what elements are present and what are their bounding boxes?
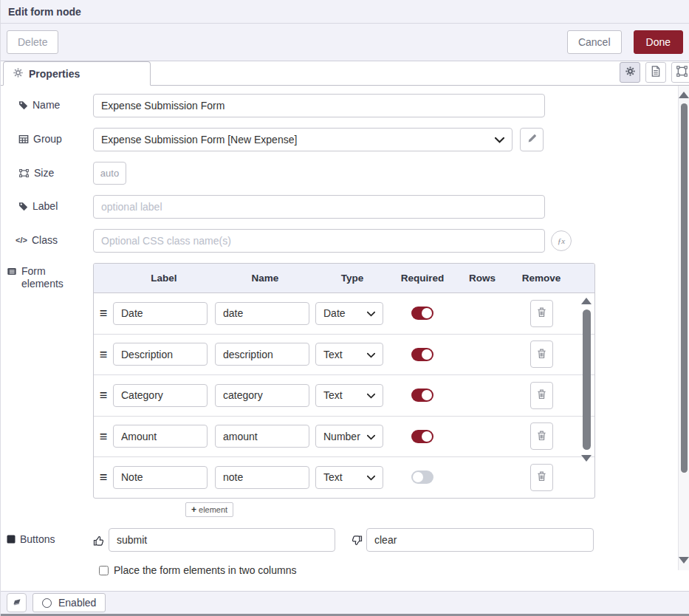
- form-elements-table: Label Name Type Required Rows Remove ≡: [93, 263, 595, 499]
- label-row: Label: [7, 195, 689, 219]
- table-scrollbar[interactable]: [581, 298, 592, 491]
- required-toggle[interactable]: [411, 430, 433, 443]
- circle-icon: [42, 598, 52, 608]
- scroll-down-icon[interactable]: [679, 557, 689, 564]
- element-name-input[interactable]: [215, 425, 309, 448]
- required-toggle[interactable]: [411, 348, 433, 361]
- required-toggle[interactable]: [411, 307, 433, 320]
- drag-handle-icon[interactable]: ≡: [94, 470, 113, 484]
- element-type-select[interactable]: Date: [315, 302, 383, 325]
- scroll-down-icon[interactable]: [581, 455, 592, 462]
- properties-tab-button[interactable]: [620, 62, 640, 83]
- remove-element-button[interactable]: [530, 382, 553, 409]
- trash-icon: [537, 430, 546, 443]
- class-label: </> Class: [7, 229, 93, 247]
- drag-handle-icon[interactable]: ≡: [94, 348, 113, 361]
- element-type-select[interactable]: Text: [315, 343, 383, 366]
- table-row: ≡ Date: [94, 293, 594, 335]
- name-label-text: Name: [32, 99, 60, 112]
- clear-button-input[interactable]: [366, 528, 594, 552]
- name-row: Name: [7, 94, 689, 117]
- buttons-fields: [93, 528, 594, 552]
- expression-button[interactable]: ƒx: [551, 230, 572, 251]
- element-type-select[interactable]: Number: [315, 425, 383, 448]
- group-select[interactable]: Expense Submission Form [New Expense]: [93, 128, 513, 151]
- size-label: Size: [7, 162, 93, 179]
- appearance-tab-button[interactable]: [671, 62, 689, 83]
- remove-element-button[interactable]: [530, 300, 553, 327]
- two-columns-row: Place the form elements in two columns: [99, 564, 689, 576]
- remove-element-button[interactable]: [530, 340, 553, 368]
- table-header-row: Label Name Type Required Rows Remove: [94, 264, 594, 293]
- element-label-input[interactable]: [113, 466, 208, 489]
- pencil-icon: [527, 134, 537, 146]
- form-elements-label: Form elements: [7, 263, 93, 290]
- element-label-input[interactable]: [113, 384, 208, 407]
- tab-properties[interactable]: Properties: [3, 61, 151, 86]
- toggle-knob: [422, 431, 432, 442]
- toggle-knob: [422, 390, 432, 400]
- panel-scrollbar[interactable]: [678, 86, 689, 570]
- required-toggle[interactable]: [411, 470, 433, 484]
- element-name-input[interactable]: [215, 384, 309, 407]
- trash-icon: [537, 348, 546, 361]
- class-row: </> Class ƒx: [7, 229, 689, 253]
- element-type-value: Text: [323, 471, 367, 483]
- form-elements-row: Form elements Label Name Type Required R…: [7, 263, 689, 517]
- element-type-select[interactable]: Text: [315, 466, 383, 489]
- remove-element-button[interactable]: [530, 422, 553, 450]
- element-label-input[interactable]: [113, 425, 208, 448]
- element-name-input[interactable]: [215, 302, 309, 325]
- docs-button[interactable]: [7, 593, 27, 612]
- add-element-button[interactable]: + element: [185, 502, 233, 517]
- tag-icon: [18, 202, 28, 211]
- buttons-label: Buttons: [7, 528, 93, 546]
- element-type-value: Text: [323, 349, 367, 360]
- class-input[interactable]: [93, 229, 545, 253]
- scroll-up-icon[interactable]: [581, 298, 592, 304]
- two-columns-checkbox[interactable]: [99, 566, 109, 575]
- scrollbar-thumb[interactable]: [583, 309, 591, 450]
- description-tab-button[interactable]: [645, 62, 666, 83]
- scroll-up-icon[interactable]: [679, 92, 689, 98]
- thumbs-down-icon: [351, 535, 363, 547]
- element-label-input[interactable]: [113, 343, 208, 366]
- class-label-text: Class: [32, 234, 58, 247]
- submit-button-input[interactable]: [109, 528, 335, 552]
- chevron-down-icon: [367, 389, 375, 401]
- drag-handle-icon[interactable]: ≡: [94, 430, 113, 443]
- element-name-input[interactable]: [215, 343, 309, 366]
- toggle-knob: [413, 472, 423, 482]
- required-toggle[interactable]: [411, 389, 433, 402]
- trash-icon: [537, 307, 546, 320]
- element-label-input[interactable]: [113, 302, 208, 325]
- tab-bar: Properties: [1, 61, 689, 86]
- scrollbar-thumb[interactable]: [681, 103, 688, 473]
- dialog-actionbar: Delete Cancel Done: [1, 24, 689, 61]
- name-input[interactable]: [93, 94, 545, 117]
- edit-group-button[interactable]: [520, 128, 544, 151]
- trash-icon: [537, 389, 546, 402]
- column-header-name: Name: [215, 273, 315, 284]
- element-type-value: Date: [323, 307, 367, 319]
- label-input[interactable]: [93, 195, 545, 219]
- dialog-footer: Enabled: [1, 591, 689, 616]
- enabled-label: Enabled: [58, 597, 96, 609]
- chevron-down-icon: [495, 134, 504, 146]
- label-label-text: Label: [32, 200, 58, 213]
- cancel-button[interactable]: Cancel: [567, 30, 622, 54]
- element-type-select[interactable]: Text: [315, 384, 383, 407]
- size-auto-button[interactable]: auto: [93, 162, 126, 185]
- element-name-input[interactable]: [215, 466, 309, 489]
- enabled-toggle-button[interactable]: Enabled: [32, 593, 106, 612]
- column-header-required: Required: [389, 273, 456, 284]
- drag-handle-icon[interactable]: ≡: [94, 307, 113, 320]
- drag-handle-icon[interactable]: ≡: [94, 389, 113, 402]
- done-button[interactable]: Done: [634, 30, 683, 54]
- group-row: Group Expense Submission Form [New Expen…: [7, 128, 689, 151]
- remove-element-button[interactable]: [530, 464, 553, 491]
- delete-button[interactable]: Delete: [7, 30, 58, 54]
- element-type-value: Number: [323, 431, 367, 442]
- group-label-text: Group: [33, 133, 62, 146]
- group-select-value: Expense Submission Form [New Expense]: [101, 134, 495, 146]
